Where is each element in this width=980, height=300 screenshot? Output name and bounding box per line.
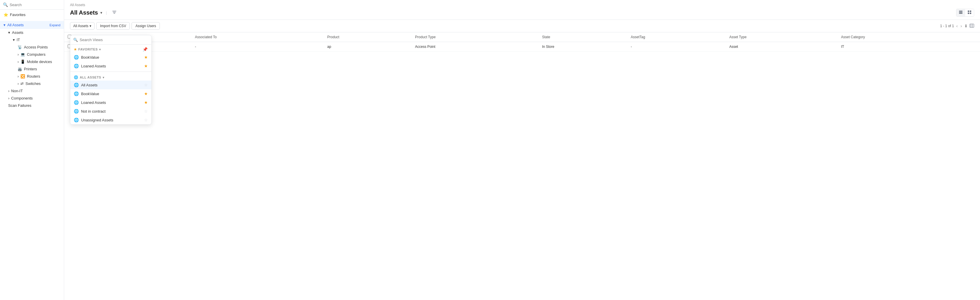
grid-view-icon: [967, 10, 972, 14]
column-settings-button[interactable]: [969, 23, 974, 29]
sidebar-item-it[interactable]: ▾ IT: [0, 36, 64, 43]
sidebar-item-scan-failures[interactable]: Scan Failures: [0, 102, 64, 109]
chevron-right-icon: ›: [8, 96, 10, 101]
dp-globe-icon: 🌐: [74, 109, 79, 113]
dp-globe-icon: 🌐: [74, 91, 79, 96]
switches-label: Switches: [25, 81, 41, 86]
all-assets-label: All Assets: [7, 23, 24, 27]
dp-star-icon[interactable]: ☆: [144, 118, 148, 122]
row-product: ap: [324, 42, 412, 52]
dp-globe-icon: 🌐: [74, 118, 79, 122]
sidebar-item-access-points[interactable]: 📡 Access Points: [0, 43, 64, 51]
import-csv-button[interactable]: Import from CSV: [96, 22, 130, 30]
dp-favorites-label: ★ FAVORITES ▾ 📌: [70, 45, 151, 53]
chevron-right-icon: ›: [18, 74, 19, 78]
download-button[interactable]: ⬇: [964, 24, 968, 28]
assign-users-button[interactable]: Assign Users: [132, 22, 160, 30]
view-toggle: [956, 9, 974, 17]
dp-globe-icon: 🌐: [74, 75, 78, 79]
view-select-dropdown[interactable]: All Assets ▾: [70, 22, 94, 30]
dp-star-icon[interactable]: ★: [144, 100, 148, 105]
star-icon: ⭐: [3, 13, 8, 17]
dp-item-bookvalue-fav[interactable]: 🌐 BookValue ★: [70, 53, 151, 62]
sidebar: 🔍 ⭐ Favorites ▾ All Assets Expand ▾ Asse…: [0, 0, 64, 300]
row-asset-tag: -: [627, 42, 726, 52]
svg-rect-3: [968, 11, 969, 12]
view-select-arrow: ▾: [89, 24, 91, 28]
sidebar-item-switches[interactable]: › ⇄ Switches: [0, 80, 64, 87]
favorites-section: ⭐ Favorites: [0, 10, 64, 20]
chevron-right-icon: ›: [18, 52, 19, 57]
scan-failures-label: Scan Failures: [8, 103, 31, 108]
dp-item-all-assets[interactable]: 🌐 All Assets ☆: [70, 81, 151, 89]
dp-pin-icon[interactable]: 📌: [143, 47, 148, 52]
dp-item-loaned-assets[interactable]: 🌐 Loaned Assets ★: [70, 98, 151, 107]
dp-divider: [70, 72, 151, 72]
sidebar-item-all-assets[interactable]: ▾ All Assets Expand: [0, 21, 64, 29]
pagination-text: 1 - 1 of 1: [940, 24, 954, 28]
table-body: - - ap Access Point In Store - Asset IT: [64, 42, 980, 52]
table-header-row: Department Associated To Product Product…: [64, 32, 980, 42]
dp-item-label: Unassigned Assets: [81, 118, 113, 122]
sidebar-item-non-it[interactable]: › Non-IT: [0, 87, 64, 94]
chevron-right-icon: ›: [8, 89, 10, 93]
access-points-label: Access Points: [24, 45, 48, 49]
svg-rect-1: [959, 12, 963, 13]
svg-rect-2: [959, 13, 963, 14]
table-row: - - ap Access Point In Store - Asset IT: [64, 42, 980, 52]
dp-search-bar: 🔍: [70, 35, 151, 45]
dp-item-not-in-contract[interactable]: 🌐 Not in contract ☆: [70, 107, 151, 116]
list-view-icon: [959, 10, 963, 14]
header-actions: [956, 9, 974, 17]
dp-star-icon[interactable]: ★: [144, 64, 148, 68]
toolbar-left: All Assets ▾ Import from CSV Assign User…: [70, 22, 160, 30]
sidebar-item-components[interactable]: › Components: [0, 94, 64, 102]
grid-view-button[interactable]: [965, 9, 974, 16]
dp-search-input[interactable]: [80, 38, 148, 42]
col-product-type: Product Type: [412, 32, 538, 42]
sidebar-item-printers[interactable]: 🖨️ Printers: [0, 65, 64, 73]
dp-star-icon[interactable]: ★: [144, 91, 148, 96]
dp-favorites-items: 🌐 BookValue ★ 🌐 Loaned Assets ★: [70, 53, 151, 70]
dp-search-icon: 🔍: [73, 38, 78, 42]
dp-item-label: Loaned Assets: [81, 64, 106, 68]
dp-star-icon[interactable]: ☆: [144, 83, 148, 87]
sidebar-item-routers[interactable]: › 🔀 Routers: [0, 73, 64, 80]
dp-item-label: Not in contract: [81, 109, 106, 113]
search-bar: 🔍: [0, 0, 64, 10]
sidebar-item-assets[interactable]: ▾ Assets: [0, 29, 64, 36]
list-view-button[interactable]: [956, 9, 965, 16]
dp-item-label: BookValue: [81, 92, 99, 96]
row-product-type: Access Point: [412, 42, 538, 52]
row-asset-type: Asset: [725, 42, 837, 52]
dp-item-loaned-assets-fav[interactable]: 🌐 Loaned Assets ★: [70, 62, 151, 70]
svg-rect-4: [970, 11, 971, 12]
dp-globe-icon: 🌐: [74, 64, 79, 68]
assets-label: Assets: [12, 30, 23, 35]
dp-star-icon[interactable]: ★: [144, 55, 148, 59]
chevron-icon: ▾: [13, 38, 15, 42]
dp-all-assets-text: ALL ASSETS: [80, 76, 101, 79]
sidebar-item-favorites[interactable]: ⭐ Favorites: [0, 11, 64, 19]
dp-fav-chevron: ▾: [99, 48, 101, 51]
col-asset-tag: AssetTag: [627, 32, 726, 42]
prev-page-button[interactable]: ‹: [956, 23, 958, 29]
dp-item-unassigned-assets[interactable]: 🌐 Unassigned Assets ☆: [70, 116, 151, 124]
expand-button[interactable]: Expand: [49, 23, 60, 27]
search-icon: 🔍: [3, 2, 8, 7]
all-assets-section: ▾ All Assets Expand ▾ Assets ▾ IT 📡 Acce…: [0, 20, 64, 110]
routers-label: Routers: [27, 74, 40, 78]
mobile-icon: 📱: [21, 59, 25, 64]
sidebar-item-computers[interactable]: › 💻 Computers: [0, 51, 64, 58]
dp-star-icon[interactable]: ☆: [144, 109, 148, 113]
filter-button[interactable]: [110, 10, 118, 16]
table-wrap: Department Associated To Product Product…: [64, 32, 980, 300]
breadcrumb: All Assets: [64, 0, 980, 7]
sidebar-item-mobile-devices[interactable]: › 📱 Mobile devices: [0, 58, 64, 65]
dp-item-bookvalue[interactable]: 🌐 BookValue ★: [70, 89, 151, 98]
search-input[interactable]: [10, 3, 61, 7]
col-state: State: [538, 32, 627, 42]
chevron-icon: ▾: [8, 30, 10, 35]
title-dropdown-arrow[interactable]: ▾: [100, 11, 102, 15]
next-page-button[interactable]: ›: [960, 23, 963, 29]
